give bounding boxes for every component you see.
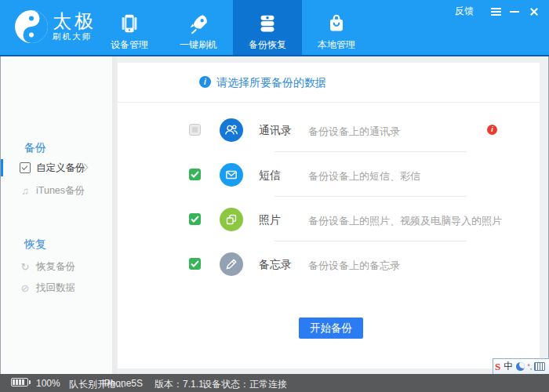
database-icon bbox=[256, 12, 279, 35]
sidebar-item-itunes-backup[interactable]: ♫ iTunes备份 bbox=[1, 182, 112, 199]
tab-backup-restore[interactable]: 备份恢复 bbox=[233, 0, 302, 55]
moon-icon[interactable] bbox=[516, 362, 525, 371]
tab-label: 设备管理 bbox=[111, 38, 148, 52]
prompt-text: 请选择所要备份的数据 bbox=[216, 76, 326, 90]
main-nav: 设备管理 一键刷机 bbox=[95, 0, 371, 55]
row-contacts[interactable]: 通讯录 备份设备上的通讯录 i bbox=[118, 107, 540, 152]
tab-label: 本地管理 bbox=[318, 38, 355, 52]
tab-label: 备份恢复 bbox=[249, 38, 286, 52]
photos-icon bbox=[220, 208, 243, 231]
logo-title: 太极 bbox=[53, 12, 96, 31]
notes-icon bbox=[220, 252, 243, 276]
battery-percent: 100% bbox=[36, 378, 60, 389]
start-backup-button[interactable]: 开始备份 bbox=[299, 318, 363, 339]
contacts-icon bbox=[220, 118, 243, 142]
notes-checkbox[interactable] bbox=[189, 258, 201, 270]
tab-device-management[interactable]: 设备管理 bbox=[95, 0, 164, 55]
row-photos[interactable]: 照片 备份设备上的照片、视频及电脑导入的照片 bbox=[118, 197, 540, 241]
phone-icon bbox=[118, 12, 141, 35]
sidebar-section-restore: 恢复 bbox=[24, 238, 46, 252]
minimize-button[interactable] bbox=[507, 5, 524, 18]
tab-one-click-flash[interactable]: 一键刷机 bbox=[164, 0, 233, 55]
close-button[interactable] bbox=[525, 5, 543, 18]
row-notes[interactable]: 备忘录 备份设备上的备忘录 bbox=[118, 241, 540, 286]
ime-language-toggle[interactable]: 中 bbox=[504, 360, 513, 373]
sidebar: 备份 自定义备份 ♫ iTunes备份 恢复 ↻ 恢复备份 ⊘ 找回数据 bbox=[1, 56, 117, 374]
selected-indicator bbox=[1, 159, 3, 176]
sogou-ime-icon[interactable]: S bbox=[495, 361, 500, 373]
main-content: i 请选择所要备份的数据 通讯录 备份设备上的通讯录 i bbox=[118, 63, 540, 368]
keyboard-icon[interactable] bbox=[534, 362, 545, 371]
header: 太极 刷机大师 设备管理 bbox=[0, 0, 549, 55]
tab-local-management[interactable]: 本地管理 bbox=[302, 0, 371, 55]
device-status: 设备状态：正常连接 bbox=[202, 378, 287, 391]
backup-items-list: 通讯录 备份设备上的通讯录 i 短信 备份设备上的短信、彩信 bbox=[118, 107, 540, 286]
contacts-checkbox[interactable] bbox=[189, 124, 201, 136]
sidebar-item-custom-backup[interactable]: 自定义备份 bbox=[1, 159, 112, 176]
device-model: iPhone5S bbox=[102, 378, 143, 389]
music-note-icon: ♫ bbox=[20, 185, 31, 197]
window-controls: 反馈 bbox=[455, 5, 543, 18]
app-window: 太极 刷机大师 设备管理 bbox=[0, 0, 549, 392]
warning-badge-icon[interactable]: i bbox=[487, 125, 497, 135]
checked-box-icon bbox=[20, 162, 31, 173]
info-icon: i bbox=[199, 76, 211, 88]
ime-punctuation-toggle[interactable]: °, bbox=[527, 363, 532, 371]
row-sms[interactable]: 短信 备份设备上的短信、彩信 bbox=[118, 152, 540, 197]
battery-full-icon bbox=[11, 378, 28, 387]
feedback-link[interactable]: 反馈 bbox=[455, 5, 474, 18]
menu-icon[interactable] bbox=[488, 5, 505, 18]
ime-toolbar: S 中 °, bbox=[493, 358, 549, 375]
sidebar-item-restore-backup[interactable]: ↻ 恢复备份 bbox=[1, 258, 112, 275]
sidebar-item-recover-data[interactable]: ⊘ 找回数据 bbox=[1, 279, 112, 296]
recover-data-icon: ⊘ bbox=[20, 282, 31, 294]
tab-label: 一键刷机 bbox=[180, 38, 217, 52]
sms-checkbox[interactable] bbox=[189, 169, 201, 180]
app-logo: 太极 刷机大师 bbox=[14, 9, 96, 44]
status-bar: 100% 队长别开枪... iPhone5S 版本：7.1.1 设备状态：正常连… bbox=[0, 374, 549, 392]
sms-icon bbox=[220, 163, 243, 187]
bag-icon bbox=[325, 12, 348, 35]
taiji-logo-icon bbox=[14, 9, 49, 44]
restore-arrow-icon: ↻ bbox=[20, 261, 31, 273]
sidebar-section-backup: 备份 bbox=[24, 141, 46, 155]
photos-checkbox[interactable] bbox=[189, 213, 201, 225]
version-label: 版本：7.1.1 bbox=[155, 378, 204, 391]
logo-subtitle: 刷机大师 bbox=[53, 31, 96, 42]
prompt-bar: i 请选择所要备份的数据 bbox=[118, 63, 540, 103]
rocket-icon bbox=[187, 12, 210, 35]
